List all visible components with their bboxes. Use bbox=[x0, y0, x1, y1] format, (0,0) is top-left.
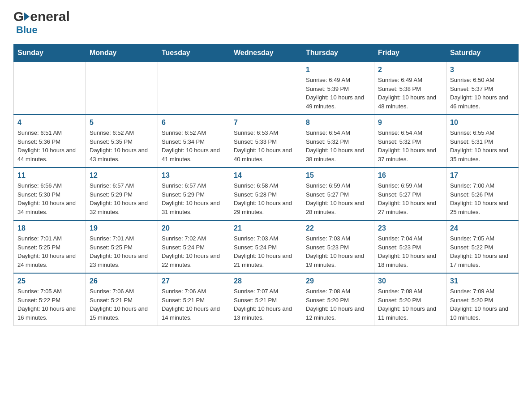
col-header-sunday: Sunday bbox=[14, 44, 86, 62]
day-number: 4 bbox=[17, 119, 82, 127]
col-header-thursday: Thursday bbox=[302, 44, 374, 62]
calendar-week-4: 18Sunrise: 7:01 AMSunset: 5:25 PMDayligh… bbox=[14, 220, 519, 273]
day-info: Sunrise: 7:00 AMSunset: 5:26 PMDaylight:… bbox=[450, 181, 515, 216]
day-info: Sunrise: 6:54 AMSunset: 5:32 PMDaylight:… bbox=[306, 128, 370, 163]
day-number: 5 bbox=[90, 119, 154, 127]
day-number: 25 bbox=[17, 277, 82, 285]
calendar-cell: 2Sunrise: 6:49 AMSunset: 5:38 PMDaylight… bbox=[374, 62, 446, 115]
day-info: Sunrise: 6:49 AMSunset: 5:39 PMDaylight:… bbox=[306, 76, 370, 111]
calendar-cell: 9Sunrise: 6:54 AMSunset: 5:32 PMDaylight… bbox=[374, 115, 446, 167]
calendar-cell: 18Sunrise: 7:01 AMSunset: 5:25 PMDayligh… bbox=[14, 220, 86, 273]
day-info: Sunrise: 6:59 AMSunset: 5:27 PMDaylight:… bbox=[306, 181, 370, 216]
calendar-cell: 1Sunrise: 6:49 AMSunset: 5:39 PMDaylight… bbox=[302, 62, 374, 115]
day-number: 13 bbox=[162, 171, 226, 180]
calendar-cell: 4Sunrise: 6:51 AMSunset: 5:36 PMDaylight… bbox=[14, 115, 86, 167]
day-number: 19 bbox=[90, 224, 154, 232]
day-number: 18 bbox=[17, 224, 82, 232]
day-number: 16 bbox=[378, 171, 442, 180]
day-number: 15 bbox=[306, 171, 370, 180]
day-number: 7 bbox=[234, 119, 298, 127]
calendar-week-2: 4Sunrise: 6:51 AMSunset: 5:36 PMDaylight… bbox=[14, 115, 519, 167]
day-info: Sunrise: 6:58 AMSunset: 5:28 PMDaylight:… bbox=[234, 181, 298, 216]
day-info: Sunrise: 6:52 AMSunset: 5:35 PMDaylight:… bbox=[90, 128, 154, 163]
day-number: 30 bbox=[378, 277, 442, 285]
day-info: Sunrise: 6:55 AMSunset: 5:31 PMDaylight:… bbox=[450, 128, 515, 163]
day-info: Sunrise: 7:03 AMSunset: 5:24 PMDaylight:… bbox=[234, 234, 298, 269]
calendar-cell: 23Sunrise: 7:04 AMSunset: 5:23 PMDayligh… bbox=[374, 220, 446, 273]
day-number: 14 bbox=[234, 171, 298, 180]
calendar-cell: 27Sunrise: 7:06 AMSunset: 5:21 PMDayligh… bbox=[158, 273, 230, 326]
calendar-cell: 20Sunrise: 7:02 AMSunset: 5:24 PMDayligh… bbox=[158, 220, 230, 273]
day-number: 9 bbox=[378, 119, 442, 127]
day-info: Sunrise: 7:03 AMSunset: 5:23 PMDaylight:… bbox=[306, 234, 370, 269]
calendar-cell: 29Sunrise: 7:08 AMSunset: 5:20 PMDayligh… bbox=[302, 273, 374, 326]
calendar-cell bbox=[86, 62, 158, 115]
calendar-cell: 25Sunrise: 7:05 AMSunset: 5:22 PMDayligh… bbox=[14, 273, 86, 326]
calendar-cell: 5Sunrise: 6:52 AMSunset: 5:35 PMDaylight… bbox=[86, 115, 158, 167]
day-number: 21 bbox=[234, 224, 298, 232]
col-header-monday: Monday bbox=[86, 44, 158, 62]
page-header: G eneral Blue bbox=[13, 9, 519, 36]
calendar-table: SundayMondayTuesdayWednesdayThursdayFrid… bbox=[13, 44, 519, 326]
calendar-cell: 7Sunrise: 6:53 AMSunset: 5:33 PMDaylight… bbox=[230, 115, 302, 167]
calendar-cell: 11Sunrise: 6:56 AMSunset: 5:30 PMDayligh… bbox=[14, 167, 86, 220]
calendar-cell: 3Sunrise: 6:50 AMSunset: 5:37 PMDaylight… bbox=[446, 62, 519, 115]
day-number: 28 bbox=[234, 277, 298, 285]
day-info: Sunrise: 7:02 AMSunset: 5:24 PMDaylight:… bbox=[162, 234, 226, 269]
day-number: 2 bbox=[378, 66, 442, 74]
calendar-week-3: 11Sunrise: 6:56 AMSunset: 5:30 PMDayligh… bbox=[14, 167, 519, 220]
logo: G eneral Blue bbox=[13, 9, 71, 36]
day-info: Sunrise: 6:50 AMSunset: 5:37 PMDaylight:… bbox=[450, 76, 515, 111]
day-number: 1 bbox=[306, 66, 370, 74]
day-number: 27 bbox=[162, 277, 226, 285]
day-number: 24 bbox=[450, 224, 515, 232]
logo-blue-underline: Blue bbox=[16, 24, 71, 36]
day-info: Sunrise: 7:06 AMSunset: 5:21 PMDaylight:… bbox=[90, 287, 154, 322]
day-number: 10 bbox=[450, 119, 515, 127]
day-info: Sunrise: 6:54 AMSunset: 5:32 PMDaylight:… bbox=[378, 128, 442, 163]
logo-general-g: G bbox=[13, 9, 24, 24]
calendar-cell: 6Sunrise: 6:52 AMSunset: 5:34 PMDaylight… bbox=[158, 115, 230, 167]
day-info: Sunrise: 7:08 AMSunset: 5:20 PMDaylight:… bbox=[378, 287, 442, 322]
day-info: Sunrise: 7:07 AMSunset: 5:21 PMDaylight:… bbox=[234, 287, 298, 322]
day-info: Sunrise: 6:57 AMSunset: 5:29 PMDaylight:… bbox=[90, 181, 154, 216]
calendar-cell: 22Sunrise: 7:03 AMSunset: 5:23 PMDayligh… bbox=[302, 220, 374, 273]
calendar-cell: 28Sunrise: 7:07 AMSunset: 5:21 PMDayligh… bbox=[230, 273, 302, 326]
calendar-cell: 30Sunrise: 7:08 AMSunset: 5:20 PMDayligh… bbox=[374, 273, 446, 326]
calendar-cell: 12Sunrise: 6:57 AMSunset: 5:29 PMDayligh… bbox=[86, 167, 158, 220]
col-header-saturday: Saturday bbox=[446, 44, 519, 62]
calendar-week-5: 25Sunrise: 7:05 AMSunset: 5:22 PMDayligh… bbox=[14, 273, 519, 326]
day-info: Sunrise: 7:01 AMSunset: 5:25 PMDaylight:… bbox=[17, 234, 82, 269]
calendar-cell: 16Sunrise: 6:59 AMSunset: 5:27 PMDayligh… bbox=[374, 167, 446, 220]
day-number: 11 bbox=[17, 171, 82, 180]
day-info: Sunrise: 6:51 AMSunset: 5:36 PMDaylight:… bbox=[17, 128, 82, 163]
calendar-cell: 19Sunrise: 7:01 AMSunset: 5:25 PMDayligh… bbox=[86, 220, 158, 273]
day-number: 17 bbox=[450, 171, 515, 180]
day-info: Sunrise: 7:01 AMSunset: 5:25 PMDaylight:… bbox=[90, 234, 154, 269]
day-info: Sunrise: 7:08 AMSunset: 5:20 PMDaylight:… bbox=[306, 287, 370, 322]
calendar-cell: 13Sunrise: 6:57 AMSunset: 5:29 PMDayligh… bbox=[158, 167, 230, 220]
calendar-cell bbox=[230, 62, 302, 115]
calendar-cell: 31Sunrise: 7:09 AMSunset: 5:20 PMDayligh… bbox=[446, 273, 519, 326]
day-info: Sunrise: 6:56 AMSunset: 5:30 PMDaylight:… bbox=[17, 181, 82, 216]
day-info: Sunrise: 6:59 AMSunset: 5:27 PMDaylight:… bbox=[378, 181, 442, 216]
day-number: 26 bbox=[90, 277, 154, 285]
logo-eneral: eneral bbox=[30, 9, 69, 24]
day-info: Sunrise: 6:49 AMSunset: 5:38 PMDaylight:… bbox=[378, 76, 442, 111]
day-info: Sunrise: 7:09 AMSunset: 5:20 PMDaylight:… bbox=[450, 287, 515, 322]
col-header-wednesday: Wednesday bbox=[230, 44, 302, 62]
day-number: 20 bbox=[162, 224, 226, 232]
calendar-cell: 21Sunrise: 7:03 AMSunset: 5:24 PMDayligh… bbox=[230, 220, 302, 273]
calendar-cell: 10Sunrise: 6:55 AMSunset: 5:31 PMDayligh… bbox=[446, 115, 519, 167]
logo-triangle-icon bbox=[24, 13, 30, 21]
day-number: 31 bbox=[450, 277, 515, 285]
day-number: 6 bbox=[162, 119, 226, 127]
calendar-cell: 26Sunrise: 7:06 AMSunset: 5:21 PMDayligh… bbox=[86, 273, 158, 326]
day-info: Sunrise: 7:06 AMSunset: 5:21 PMDaylight:… bbox=[162, 287, 226, 322]
calendar-header-row: SundayMondayTuesdayWednesdayThursdayFrid… bbox=[14, 44, 519, 62]
calendar-cell bbox=[14, 62, 86, 115]
day-number: 12 bbox=[90, 171, 154, 180]
day-info: Sunrise: 7:05 AMSunset: 5:22 PMDaylight:… bbox=[17, 287, 82, 322]
day-number: 22 bbox=[306, 224, 370, 232]
col-header-tuesday: Tuesday bbox=[158, 44, 230, 62]
